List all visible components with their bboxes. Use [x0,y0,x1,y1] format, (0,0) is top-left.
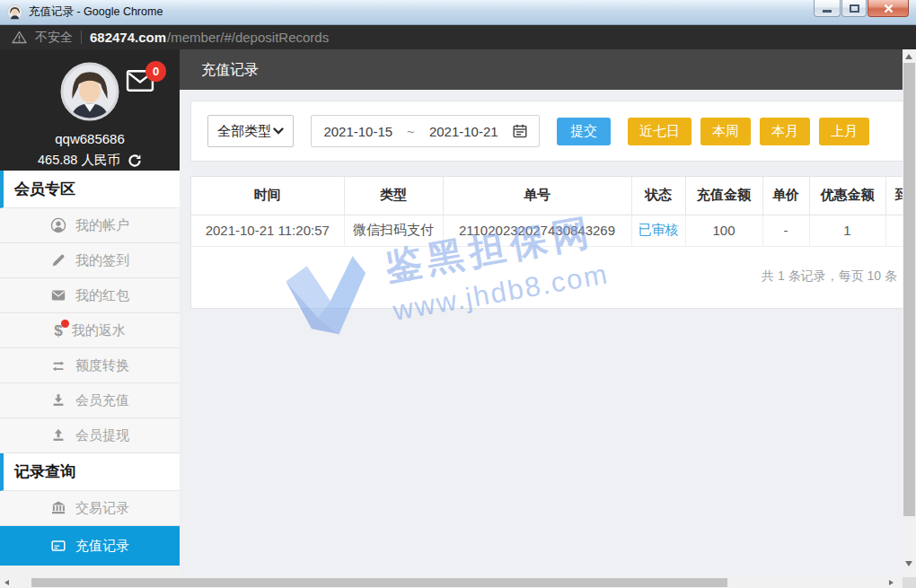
sidebar-item-label: 会员充值 [75,392,129,409]
cell-type: 微信扫码支付 [344,215,443,246]
sidebar: 0 qqw685686 465.88 人民币 会员专区 我的帐户 我的签到 [0,49,180,577]
submit-button[interactable]: 提交 [557,118,611,145]
close-icon [884,4,894,13]
quick-range-buttons: 近七日 本周 本月 上月 [628,118,869,145]
sidebar-item-label: 额度转换 [75,357,129,374]
scroll-right-arrow-icon[interactable] [889,580,894,585]
favicon-avatar-icon [7,4,22,20]
refresh-balance-icon[interactable] [128,154,142,168]
date-range-separator: ~ [407,124,415,139]
cell-amount: 100 [685,215,762,246]
minimize-button[interactable] [814,0,841,17]
sidebar-item-label: 我的帐户 [75,217,129,234]
maximize-icon [850,4,859,13]
col-time: 时间 [191,177,344,215]
cell-time: 2021-10-21 11:20:57 [191,215,344,246]
scrollbar-corner [903,577,916,588]
col-unit-price: 单价 [762,177,809,215]
cell-unit-price: - [762,215,809,246]
col-discount: 优惠金额 [809,177,885,215]
horizontal-scroll-thumb[interactable] [31,578,727,587]
col-arrival: 到 [885,177,903,215]
upload-icon [50,427,66,443]
record-count-summary: 共 1 条记录，每页 10 条 [191,247,903,308]
sidebar-item-member-withdraw[interactable]: 会员提现 [0,418,180,453]
maximize-button[interactable] [841,0,867,17]
col-status: 状态 [631,177,685,215]
sidebar-item-label: 会员提现 [75,427,129,444]
pencil-icon [50,252,66,268]
col-amount: 充值金额 [685,177,762,215]
sidebar-item-label: 我的返水 [72,322,126,339]
last-month-button[interactable]: 上月 [819,118,869,145]
download-icon [50,392,66,408]
security-label: 不安全 [35,30,73,46]
sidebar-item-my-rebate[interactable]: $ 我的返水 [0,313,180,348]
vertical-scroll-thumb[interactable] [903,63,915,516]
sidebar-item-quota-transfer[interactable]: 额度转换 [0,348,180,383]
date-range-input[interactable]: 2021-10-15 ~ 2021-10-21 [311,115,540,147]
close-button[interactable] [868,0,909,17]
bank-icon [50,500,66,516]
deposit-records-table: 时间 类型 单号 状态 充值金额 单价 优惠金额 到 2021-10-21 11… [191,177,903,247]
window-controls [814,0,909,17]
date-from-value: 2021-10-15 [323,124,392,139]
sidebar-item-label: 交易记录 [75,500,129,517]
page-title: 充值记录 [180,49,903,90]
sidebar-item-label: 我的红包 [75,287,129,304]
chevron-down-icon [273,127,284,135]
minimize-icon [823,10,832,13]
filter-panel: 全部类型 2021-10-15 ~ 2021-10-21 提交 近七日 本周 本… [190,101,903,162]
notification-dot [61,320,69,328]
horizontal-scrollbar[interactable] [0,577,916,588]
person-icon [50,217,66,233]
type-select-value: 全部类型 [217,123,271,140]
this-week-button[interactable]: 本周 [700,118,751,145]
scroll-left-arrow-icon[interactable] [4,580,9,585]
sidebar-item-my-checkin[interactable]: 我的签到 [0,243,180,278]
cell-discount: 1 [809,215,885,246]
vertical-scrollbar[interactable] [903,49,916,577]
date-to-value: 2021-10-21 [429,124,498,139]
table-header-row: 时间 类型 单号 状态 充值金额 单价 优惠金额 到 [191,177,903,215]
window-title: 充值记录 - Google Chrome [29,4,163,20]
window-titlebar[interactable]: 充值记录 - Google Chrome [0,0,916,25]
sidebar-item-member-deposit[interactable]: 会员充值 [0,383,180,418]
transfer-arrows-icon [50,357,66,373]
sidebar-item-my-redpacket[interactable]: 我的红包 [0,278,180,313]
main-content: 充值记录 全部类型 2021-10-15 ~ 2021-10-21 提交 近七日… [180,49,903,577]
col-order-no: 单号 [443,177,631,215]
balance-row: 465.88 人民币 [0,152,180,169]
profile-panel: 0 qqw685686 465.88 人民币 [0,49,180,171]
this-month-button[interactable]: 本月 [760,118,810,145]
address-bar[interactable]: 不安全 682474.com /member/#/depositRecords [0,25,916,49]
card-icon [50,538,66,554]
last-7-days-button[interactable]: 近七日 [628,118,691,145]
sidebar-item-label: 充值记录 [75,538,129,555]
envelope-icon [50,287,66,303]
username: qqw685686 [0,131,180,146]
records-table-panel: 时间 类型 单号 状态 充值金额 单价 优惠金额 到 2021-10-21 11… [190,176,903,309]
sidebar-item-deposit-records[interactable]: 充值记录 [0,526,180,566]
url-path: /member/#/depositRecords [167,30,329,45]
table-row: 2021-10-21 11:20:57 微信扫码支付 2110202320274… [191,215,903,246]
cell-status: 已审核 [631,215,685,246]
section-member-zone: 会员专区 [0,171,180,208]
url-domain: 682474.com [90,30,166,45]
sidebar-item-label: 我的签到 [75,252,129,269]
mail-badge: 0 [145,61,166,82]
sidebar-menu: 会员专区 我的帐户 我的签到 我的红包 $ 我的返水 额度转换 [0,171,180,577]
dollar-icon: $ [54,323,62,338]
scroll-up-arrow-icon[interactable] [905,54,912,59]
address-separator [81,31,82,44]
col-type: 类型 [344,177,443,215]
cell-arrival [885,215,903,246]
scroll-down-arrow-icon[interactable] [905,561,912,566]
user-avatar[interactable] [60,62,119,121]
calendar-icon[interactable] [513,124,527,138]
type-select[interactable]: 全部类型 [207,115,294,147]
cell-order-no: 211020232027430843269 [443,215,631,246]
sidebar-item-my-account[interactable]: 我的帐户 [0,208,180,243]
sidebar-item-transaction-records[interactable]: 交易记录 [0,491,180,526]
balance-amount: 465.88 人民币 [38,152,120,169]
